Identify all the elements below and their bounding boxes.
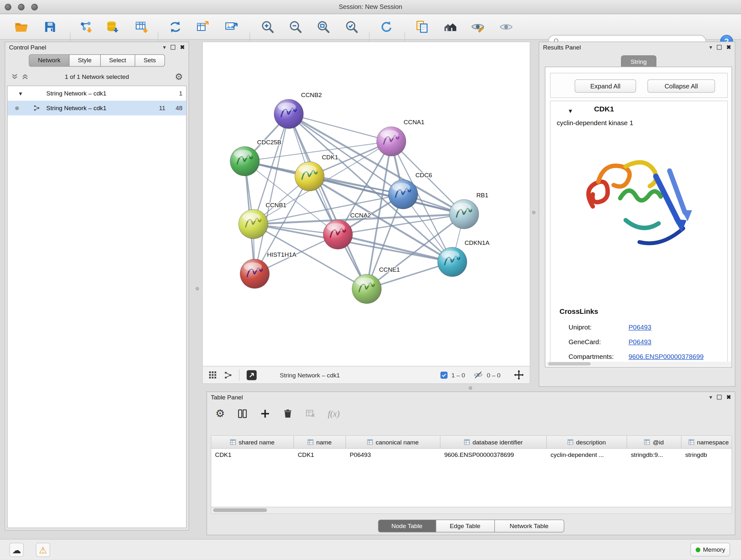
crosslink-value-link[interactable]: 9606.ENSP00000378699 — [629, 353, 704, 361]
table-row[interactable]: CDK1CDK1P064939606.ENSP00000378699cyclin… — [211, 449, 731, 461]
network-collection-row[interactable]: ▼ String Network – cdk1 1 — [8, 86, 186, 101]
refresh-view-button[interactable] — [379, 19, 394, 35]
table-cell[interactable]: stringdb — [681, 449, 732, 461]
network-node-ccna2[interactable] — [323, 220, 353, 249]
zoom-window-button[interactable] — [31, 4, 38, 10]
open-session-button[interactable] — [13, 19, 29, 35]
warnings-button[interactable]: ⚠ — [36, 543, 50, 557]
table-hscrollbar[interactable] — [211, 507, 732, 514]
table-cell[interactable]: cyclin-dependent ... — [547, 449, 627, 461]
zoom-selected-button[interactable] — [344, 19, 360, 35]
show-columns-icon[interactable] — [237, 408, 248, 419]
column-header-label: name — [316, 438, 332, 445]
network-node-ccnb1[interactable] — [239, 209, 268, 239]
close-window-button[interactable] — [5, 4, 11, 10]
network-canvas[interactable]: CCNB2CCNA1CDC25BCDK1CDC6RB1CCNB1CCNA2CDK… — [203, 42, 530, 366]
pan-crosshair-icon[interactable] — [514, 370, 524, 380]
network-node-cdc25b[interactable] — [230, 146, 259, 176]
grid-view-icon[interactable] — [208, 371, 217, 379]
table-cell[interactable]: 9606.ENSP00000378699 — [441, 449, 547, 461]
import-network-database-button[interactable] — [105, 19, 121, 35]
table-settings-gear-icon[interactable]: ⚙ — [215, 408, 225, 420]
panel-menu-icon[interactable]: ▾ — [710, 44, 712, 50]
clone-network-button[interactable] — [167, 19, 183, 35]
import-table-file-button[interactable] — [134, 19, 150, 35]
selected-checkbox-icon[interactable] — [441, 371, 448, 378]
results-hscrollbar[interactable] — [546, 362, 731, 366]
vertical-splitter-handle[interactable] — [532, 211, 535, 214]
gear-icon[interactable]: ⚙ — [175, 71, 183, 82]
network-node-cdkn1a[interactable] — [437, 247, 467, 276]
panel-menu-icon[interactable]: ▾ — [710, 394, 712, 400]
cloud-icon: ☁ — [12, 544, 21, 555]
column-header[interactable]: name — [294, 436, 346, 448]
crosslink-value-link[interactable]: P06493 — [629, 323, 651, 331]
network-from-table-button[interactable] — [195, 19, 211, 35]
column-header[interactable]: database identifier — [441, 436, 547, 448]
export-image-button[interactable] — [223, 19, 239, 35]
network-node-ccnb2[interactable] — [274, 99, 304, 129]
panel-float-icon[interactable] — [171, 45, 175, 50]
disclosure-triangle-icon[interactable]: ▼ — [18, 91, 23, 97]
network-edge[interactable] — [255, 114, 289, 274]
zoom-in-icon — [260, 20, 274, 34]
show-graphics-details-button[interactable] — [498, 19, 514, 35]
column-header[interactable]: namespace — [681, 436, 732, 448]
copy-button[interactable] — [414, 19, 430, 35]
tab-sets[interactable]: Sets — [135, 54, 165, 67]
column-header[interactable]: shared name — [211, 436, 294, 448]
network-edge[interactable] — [289, 114, 367, 289]
tab-network-table[interactable]: Network Table — [494, 519, 564, 532]
import-network-icon — [79, 20, 93, 34]
network-node-cdk1[interactable] — [295, 162, 324, 191]
network-node-cdc6[interactable] — [388, 180, 418, 209]
tab-style[interactable]: Style — [69, 54, 100, 67]
zoom-in-button[interactable] — [259, 19, 275, 35]
cloud-button[interactable]: ☁ — [10, 543, 23, 557]
vertical-splitter-handle[interactable] — [196, 287, 199, 290]
panel-menu-icon[interactable]: ▾ — [163, 44, 166, 50]
tab-string[interactable]: String — [621, 55, 657, 67]
panel-float-icon[interactable] — [717, 395, 722, 400]
delete-trash-icon[interactable] — [282, 408, 293, 419]
network-node-hist1h1a[interactable] — [240, 259, 269, 289]
zoom-fit-button[interactable] — [315, 19, 331, 35]
hide-graphics-details-button[interactable] — [470, 19, 486, 35]
table-cell[interactable]: P06493 — [346, 449, 441, 461]
tab-node-table[interactable]: Node Table — [378, 519, 436, 532]
detach-view-icon[interactable] — [246, 369, 257, 380]
network-node-rb1[interactable] — [449, 199, 479, 229]
table-cell[interactable]: stringdb:9... — [627, 449, 681, 461]
tab-network[interactable]: Network — [29, 54, 70, 67]
table-cell[interactable]: CDK1 — [211, 449, 294, 461]
memory-button[interactable]: Memory — [690, 543, 730, 557]
tab-select[interactable]: Select — [100, 54, 135, 67]
panel-close-icon[interactable]: ✖ — [726, 44, 731, 50]
collapse-all-button[interactable]: Collapse All — [648, 79, 715, 92]
add-row-plus-icon[interactable] — [260, 408, 270, 419]
minimize-window-button[interactable] — [18, 4, 24, 10]
node-label: RB1 — [476, 192, 488, 199]
tab-edge-table[interactable]: Edge Table — [435, 519, 495, 532]
zoom-out-button[interactable] — [287, 19, 303, 35]
home-button[interactable] — [442, 19, 458, 35]
network-view-icon[interactable] — [223, 370, 232, 379]
panel-close-icon[interactable]: ✖ — [180, 44, 185, 50]
save-session-button[interactable] — [42, 19, 58, 35]
import-network-file-button[interactable] — [78, 19, 94, 35]
crosslink-value-link[interactable]: P06493 — [629, 338, 651, 346]
network-node-ccna1[interactable] — [377, 127, 406, 156]
expand-all-button[interactable]: Expand All — [575, 79, 636, 92]
table-cell[interactable]: CDK1 — [294, 449, 346, 461]
protein-structure-image — [573, 132, 705, 269]
panel-close-icon[interactable]: ✖ — [726, 394, 731, 400]
section-disclosure-icon[interactable]: ▼ — [568, 108, 574, 115]
column-header[interactable]: canonical name — [346, 436, 441, 448]
horizontal-splitter-handle[interactable] — [469, 386, 472, 389]
panel-float-icon[interactable] — [717, 45, 722, 50]
column-header[interactable]: @id — [627, 436, 681, 448]
network-row-selected[interactable]: String Network – cdk1 11 48 — [8, 101, 186, 115]
column-header[interactable]: description — [547, 436, 627, 448]
network-node-ccne1[interactable] — [352, 274, 381, 304]
control-panel-header: Control Panel ▾ ✖ — [5, 42, 189, 53]
